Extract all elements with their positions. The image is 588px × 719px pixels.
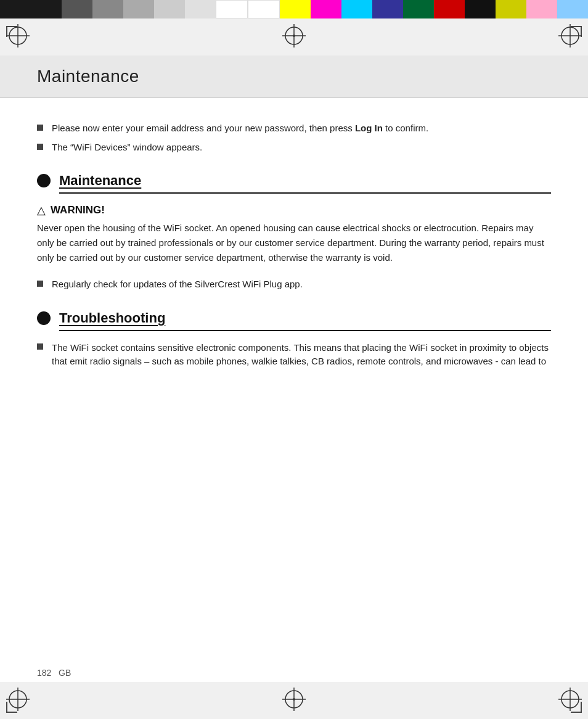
warning-block: △ WARNING! Never open the housing of the… <box>37 203 551 265</box>
swatch-mid-gray <box>92 0 123 18</box>
warning-triangle-icon: △ <box>37 203 46 217</box>
side-reg-mark-right-top <box>558 24 582 50</box>
page-header: Maintenance <box>0 55 588 98</box>
swatch-black1 <box>0 0 31 18</box>
registration-mark-bottom <box>282 688 306 713</box>
swatch-olive <box>496 0 526 18</box>
bullet-text: The “WiFi Devices” window appears. <box>52 141 202 155</box>
maintenance-bullet-list: Regularly check for updates of the Silve… <box>37 277 551 292</box>
list-item: The “WiFi Devices” window appears. <box>37 141 551 155</box>
color-bar <box>0 0 588 18</box>
swatch-cyan <box>341 0 372 18</box>
swatch-white2 <box>248 0 280 18</box>
swatch-light-gray2 <box>154 0 185 18</box>
intro-bullet-list: Please now enter your email address and … <box>37 121 551 154</box>
troubleshooting-section-heading: Troubleshooting <box>37 310 551 326</box>
registration-mark-top <box>282 24 306 50</box>
list-item: The WiFi socket contains sensitive elect… <box>37 341 551 369</box>
swatch-very-light-gray <box>185 0 216 18</box>
bullet-text: Regularly check for updates of the Silve… <box>52 277 303 292</box>
swatch-red <box>434 0 465 18</box>
circle-bullet-icon-2 <box>37 311 51 325</box>
section-underline <box>59 192 551 194</box>
svg-point-3 <box>293 35 295 37</box>
bullet-icon <box>37 125 43 131</box>
swatch-white1 <box>216 0 248 18</box>
maintenance-section-heading: Maintenance <box>37 173 551 189</box>
troubleshooting-bullet-list: The WiFi socket contains sensitive elect… <box>37 341 551 369</box>
page-footer: 182 GB <box>0 664 588 719</box>
swatch-dark-gray <box>62 0 92 18</box>
page-number: 182 GB <box>37 668 71 678</box>
side-reg-mark-left-bottom <box>6 688 30 713</box>
swatch-yellow <box>280 0 311 18</box>
swatch-magenta <box>311 0 341 18</box>
top-registration-area <box>0 18 588 55</box>
swatch-light-gray1 <box>123 0 154 18</box>
side-reg-mark-left-top <box>6 24 30 50</box>
warning-body: Never open the housing of the WiFi socke… <box>37 221 551 265</box>
troubleshooting-section-title: Troubleshooting <box>59 310 165 326</box>
bullet-icon <box>37 281 43 287</box>
swatch-black2 <box>31 0 62 18</box>
list-item: Please now enter your email address and … <box>37 121 551 136</box>
swatch-near-black <box>465 0 496 18</box>
list-item: Regularly check for updates of the Silve… <box>37 277 551 292</box>
page-number-row: 182 GB <box>0 664 588 682</box>
side-reg-mark-right-bottom <box>558 688 582 713</box>
svg-point-13 <box>293 698 295 701</box>
bullet-text: Please now enter your email address and … <box>52 121 428 136</box>
circle-bullet-icon <box>37 174 51 187</box>
warning-title: WARNING! <box>51 204 105 216</box>
main-content: Please now enter your email address and … <box>0 98 588 369</box>
warning-heading: △ WARNING! <box>37 203 551 217</box>
section-underline-2 <box>59 330 551 331</box>
swatch-pink <box>526 0 557 18</box>
bullet-icon <box>37 343 43 350</box>
bottom-registration-area <box>0 682 588 719</box>
page-title: Maintenance <box>37 67 551 86</box>
maintenance-section-title: Maintenance <box>59 173 141 189</box>
swatch-blue <box>372 0 403 18</box>
swatch-green <box>403 0 434 18</box>
swatch-light-blue <box>557 0 588 18</box>
bullet-icon <box>37 144 43 150</box>
bullet-text: The WiFi socket contains sensitive elect… <box>52 341 551 369</box>
